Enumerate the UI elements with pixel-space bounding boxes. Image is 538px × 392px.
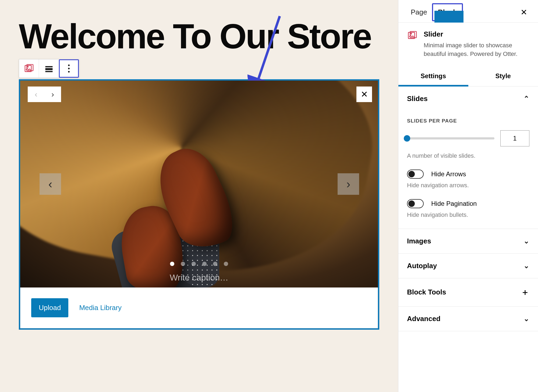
svg-point-12	[410, 33, 412, 34]
slider-stage: ‹ › ✕ ‹ › Write caption…	[20, 81, 378, 287]
upload-button[interactable]: Upload	[31, 298, 68, 317]
caption-input[interactable]: Write caption…	[20, 273, 378, 283]
slider-next-button[interactable]: ›	[338, 173, 359, 195]
pagination-dot[interactable]	[181, 262, 185, 266]
slider-block-icon	[407, 30, 418, 41]
pagination-dot[interactable]	[202, 262, 207, 266]
svg-point-3	[27, 66, 28, 67]
sub-tab-settings[interactable]: Settings	[398, 66, 468, 86]
block-name: Slider	[424, 30, 529, 38]
pagination-dots	[20, 262, 378, 266]
panel-advanced-toggle[interactable]: Advanced⌄	[398, 307, 538, 331]
chevron-down-icon: ⌄	[523, 262, 529, 270]
chevron-right-icon: ›	[346, 177, 351, 191]
svg-point-7	[68, 64, 70, 66]
chevron-left-icon: ‹	[48, 177, 52, 191]
block-toolbar	[19, 59, 79, 78]
slider-block[interactable]: ‹ › ✕ ‹ › Write caption… Upload Me	[19, 79, 379, 330]
panel-title: Advanced	[407, 315, 440, 323]
reorder-next-button[interactable]: ›	[44, 87, 61, 102]
chevron-down-icon: ⌄	[523, 315, 529, 323]
svg-point-8	[68, 68, 70, 69]
pagination-dot[interactable]	[192, 262, 196, 266]
tab-page[interactable]: Page	[406, 2, 432, 22]
media-upload-bar: Upload Media Library	[20, 287, 378, 328]
pagination-dot[interactable]	[213, 262, 217, 266]
slides-per-page-range[interactable]	[407, 137, 494, 139]
page-heading: Welcome To Our Store	[19, 19, 379, 54]
hide-pagination-toggle[interactable]	[407, 199, 424, 208]
panel-title: Block Tools	[407, 288, 446, 296]
panel-images-toggle[interactable]: Images⌄	[398, 229, 538, 253]
slides-per-page-input[interactable]	[500, 130, 529, 146]
help-text: Hide navigation arrows.	[407, 182, 529, 189]
slider-prev-button[interactable]: ‹	[40, 173, 61, 195]
chevron-up-icon: ⌃	[523, 95, 529, 103]
pagination-dot[interactable]	[170, 262, 174, 266]
help-text: A number of visible slides.	[407, 152, 529, 159]
panel-title: Slides	[407, 95, 428, 103]
remove-slide-button[interactable]: ✕	[356, 87, 372, 102]
toggle-label: Hide Pagination	[431, 200, 477, 207]
panel-title: Autoplay	[407, 262, 437, 270]
panel-block-tools-toggle[interactable]: Block Tools＋	[398, 278, 538, 306]
block-type-icon-button[interactable]	[19, 59, 39, 78]
more-options-button[interactable]	[59, 59, 79, 78]
toggle-label: Hide Arrows	[431, 170, 466, 178]
plus-icon: ＋	[521, 286, 529, 298]
svg-point-9	[68, 71, 70, 73]
media-library-button[interactable]: Media Library	[79, 304, 122, 312]
chevron-down-icon: ⌄	[523, 237, 529, 245]
svg-rect-6	[45, 71, 52, 72]
panel-autoplay-toggle[interactable]: Autoplay⌄	[398, 254, 538, 278]
pagination-dot[interactable]	[224, 262, 228, 266]
align-button[interactable]	[39, 59, 59, 78]
sub-tab-style[interactable]: Style	[468, 66, 538, 86]
panel-title: Images	[407, 237, 431, 245]
field-label-slides-per-page: SLIDES PER PAGE	[407, 118, 529, 124]
inspector-sidebar: Page Block ✕ Slider Minimal image slider…	[398, 0, 538, 392]
close-icon: ✕	[521, 8, 527, 17]
reorder-prev-button[interactable]: ‹	[28, 87, 44, 102]
block-description: Minimal image slider to showcase beautif…	[424, 41, 529, 58]
svg-rect-5	[45, 68, 52, 70]
close-sidebar-button[interactable]: ✕	[515, 2, 533, 22]
close-icon: ✕	[361, 89, 368, 99]
slide-reorder-nav: ‹ ›	[28, 87, 61, 102]
hide-arrows-toggle[interactable]	[407, 170, 424, 179]
panel-slides-toggle[interactable]: Slides ⌃	[398, 87, 538, 111]
svg-rect-4	[45, 66, 52, 67]
help-text: Hide navigation bullets.	[407, 211, 529, 218]
